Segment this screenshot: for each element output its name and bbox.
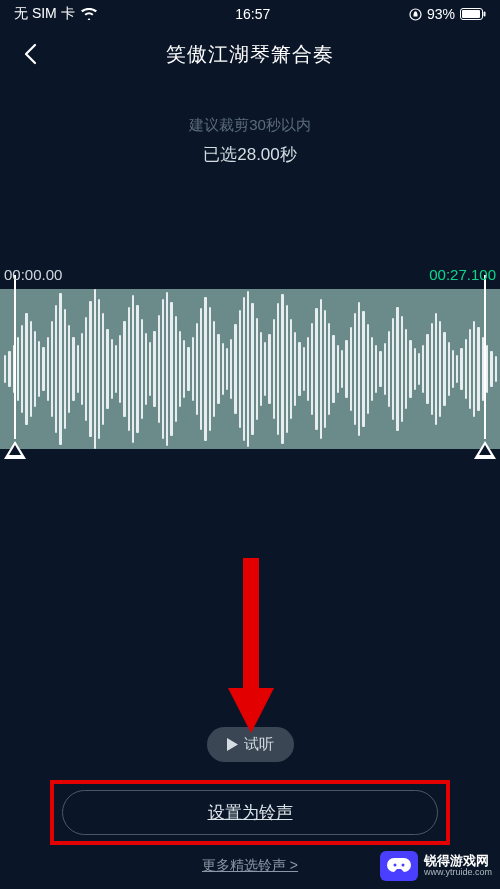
trim-handles	[0, 447, 500, 487]
carrier-text: 无 SIM 卡	[14, 5, 75, 23]
set-ringtone-label: 设置为铃声	[208, 803, 293, 822]
annotation-arrow	[226, 558, 276, 742]
start-time: 00:00.00	[4, 266, 62, 283]
waveform	[0, 289, 500, 449]
status-time: 16:57	[235, 6, 270, 22]
svg-rect-4	[243, 558, 259, 693]
end-time: 00:27.100	[429, 266, 496, 283]
time-labels: 00:00.00 00:27.100	[0, 266, 500, 283]
svg-marker-5	[228, 688, 274, 733]
header: 笑傲江湖琴箫合奏	[0, 28, 500, 80]
back-button[interactable]	[18, 42, 42, 66]
status-right: 93%	[409, 6, 486, 22]
watermark-url: www.ytruide.com	[424, 868, 492, 878]
waveform-container[interactable]	[0, 289, 500, 449]
set-ringtone-button[interactable]: 设置为铃声	[62, 790, 438, 835]
more-ringtones-label: 更多精选铃声 >	[202, 857, 298, 873]
wifi-icon	[81, 8, 97, 20]
svg-point-7	[401, 864, 404, 867]
trim-handle-right[interactable]	[472, 439, 498, 483]
waveform-section: 00:00.00 00:27.100	[0, 266, 500, 487]
watermark-logo-icon	[380, 851, 418, 881]
watermark-text: 锐得游戏网 www.ytruide.com	[424, 854, 492, 878]
battery-percent: 93%	[427, 6, 455, 22]
orientation-lock-icon	[409, 8, 422, 21]
svg-rect-2	[462, 10, 480, 18]
trim-suggestion: 建议裁剪30秒以内	[0, 116, 500, 135]
battery-icon	[460, 8, 486, 20]
status-bar: 无 SIM 卡 16:57 93%	[0, 0, 500, 28]
chevron-left-icon	[23, 43, 37, 65]
selected-duration: 已选28.00秒	[0, 143, 500, 166]
watermark-brand: 锐得游戏网	[424, 854, 492, 868]
page-title: 笑傲江湖琴箫合奏	[166, 41, 334, 68]
watermark: 锐得游戏网 www.ytruide.com	[380, 851, 492, 881]
svg-rect-3	[484, 12, 486, 17]
svg-point-6	[393, 864, 396, 867]
hint-section: 建议裁剪30秒以内 已选28.00秒	[0, 116, 500, 166]
trim-handle-left[interactable]	[2, 439, 28, 483]
annotation-highlight-box: 设置为铃声	[50, 780, 450, 845]
status-left: 无 SIM 卡	[14, 5, 97, 23]
